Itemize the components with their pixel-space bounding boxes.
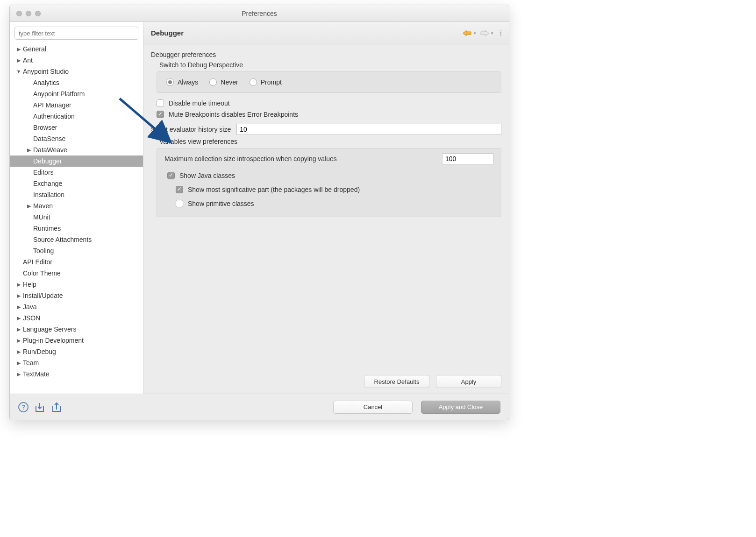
chevron-right-icon[interactable]: ▶ (15, 326, 22, 332)
apply-button[interactable]: Apply (436, 375, 501, 388)
nav-back-button[interactable] (463, 29, 472, 37)
radio-never-label: Never (221, 78, 238, 86)
tree-item-browser[interactable]: Browser (10, 122, 143, 133)
restore-defaults-button[interactable]: Restore Defaults (364, 375, 429, 388)
tree-item-datasense[interactable]: DataSense (10, 133, 143, 144)
close-window-button[interactable] (16, 11, 22, 16)
tree-item-tooling[interactable]: Tooling (10, 245, 143, 256)
chevron-right-icon[interactable]: ▶ (15, 46, 22, 52)
disable-timeout-checkbox[interactable] (157, 99, 164, 107)
help-icon[interactable]: ? (18, 402, 29, 412)
show-significative-row[interactable]: Show most significative part (the packag… (176, 186, 493, 193)
tree-item-json[interactable]: ▶JSON (10, 312, 143, 324)
disable-timeout-row[interactable]: Disable mule timeout (157, 99, 501, 107)
tree-item-label: Runtimes (33, 225, 61, 232)
chevron-down-icon[interactable]: ▼ (15, 69, 22, 74)
tree-item-language-servers[interactable]: ▶Language Servers (10, 324, 143, 335)
chevron-right-icon[interactable]: ▶ (15, 338, 22, 344)
radio-prompt-input[interactable] (250, 78, 257, 86)
max-collection-label: Maximum collection size introspection wh… (164, 155, 337, 163)
tree-item-label: Debugger (33, 157, 62, 165)
tree-item-anypoint-studio[interactable]: ▼Anypoint Studio (10, 66, 143, 77)
tree-item-munit[interactable]: MUnit (10, 212, 143, 223)
zoom-window-button[interactable] (35, 11, 41, 16)
radio-never-input[interactable] (209, 78, 217, 86)
tree-item-runtimes[interactable]: Runtimes (10, 223, 143, 234)
page-buttons: Restore Defaults Apply (143, 375, 509, 394)
view-menu-button[interactable] (500, 30, 501, 36)
tree-item-exchange[interactable]: Exchange (10, 178, 143, 189)
minimize-window-button[interactable] (26, 11, 31, 16)
cancel-button[interactable]: Cancel (333, 401, 413, 414)
tree-item-editors[interactable]: Editors (10, 167, 143, 178)
history-size-input[interactable] (236, 124, 501, 135)
content-panel: Debugger ▾ ▾ (143, 22, 509, 394)
tree-item-maven[interactable]: ▶Maven (10, 200, 143, 212)
show-primitive-checkbox[interactable] (176, 200, 183, 207)
tree-item-api-editor[interactable]: API Editor (10, 256, 143, 268)
preferences-tree[interactable]: ▶General▶Ant▼Anypoint StudioAnalyticsAny… (10, 42, 143, 394)
content-header: Debugger ▾ ▾ (143, 22, 509, 44)
window-title: Preferences (10, 10, 509, 17)
mute-breakpoints-row[interactable]: Mute Breakpoints disables Error Breakpoi… (157, 111, 501, 118)
radio-always[interactable]: Always (166, 78, 198, 86)
show-primitive-row[interactable]: Show primitive classes (176, 200, 493, 207)
chevron-right-icon[interactable]: ▶ (15, 293, 22, 299)
radio-prompt[interactable]: Prompt (250, 78, 282, 86)
chevron-right-icon[interactable]: ▶ (15, 371, 22, 377)
chevron-right-icon[interactable]: ▶ (15, 282, 22, 288)
mute-breakpoints-checkbox[interactable] (157, 111, 164, 118)
nav-back-menu[interactable]: ▾ (474, 31, 476, 35)
tree-item-label: Installation (33, 191, 64, 198)
chevron-right-icon[interactable]: ▶ (26, 147, 32, 153)
tree-item-debugger[interactable]: Debugger (10, 155, 143, 167)
tree-item-plug-in-development[interactable]: ▶Plug-in Development (10, 335, 143, 346)
show-significative-checkbox[interactable] (176, 186, 183, 193)
filter-input[interactable] (14, 27, 138, 40)
radio-always-input[interactable] (166, 78, 174, 86)
tree-item-label: Tooling (33, 247, 54, 254)
max-collection-input[interactable] (442, 153, 493, 164)
tree-item-label: Team (23, 359, 39, 367)
tree-item-installation[interactable]: Installation (10, 189, 143, 200)
chevron-right-icon[interactable]: ▶ (15, 315, 22, 321)
tree-item-ant[interactable]: ▶Ant (10, 55, 143, 66)
radio-never[interactable]: Never (209, 78, 238, 86)
tree-item-label: API Editor (23, 258, 52, 266)
tree-item-label: Run/Debug (23, 348, 56, 355)
body-area: ▶General▶Ant▼Anypoint StudioAnalyticsAny… (10, 22, 509, 394)
tree-item-label: Install/Update (23, 292, 63, 299)
chevron-right-icon[interactable]: ▶ (26, 203, 32, 209)
chevron-right-icon[interactable]: ▶ (15, 349, 22, 355)
chevron-right-icon[interactable]: ▶ (15, 304, 22, 310)
tree-item-team[interactable]: ▶Team (10, 357, 143, 368)
show-java-row[interactable]: Show Java classes (167, 172, 493, 179)
nav-forward-menu[interactable]: ▾ (491, 31, 493, 35)
tree-item-dataweave[interactable]: ▶DataWeave (10, 144, 143, 155)
tree-item-help[interactable]: ▶Help (10, 279, 143, 290)
tree-item-anypoint-platform[interactable]: Anypoint Platform (10, 88, 143, 99)
dialog-footer: ? Cancel Apply and Close (10, 394, 509, 420)
tree-item-api-manager[interactable]: API Manager (10, 99, 143, 111)
tree-item-label: MUnit (33, 213, 50, 221)
header-toolbar: ▾ ▾ (463, 29, 501, 37)
tree-item-authentication[interactable]: Authentication (10, 111, 143, 122)
tree-item-textmate[interactable]: ▶TextMate (10, 368, 143, 380)
tree-item-general[interactable]: ▶General (10, 43, 143, 55)
history-size-row: Script evaluator history size (151, 124, 501, 135)
chevron-right-icon[interactable]: ▶ (15, 360, 22, 366)
tree-item-install-update[interactable]: ▶Install/Update (10, 290, 143, 301)
import-prefs-icon[interactable] (34, 402, 45, 412)
nav-forward-button[interactable] (480, 29, 489, 37)
tree-item-color-theme[interactable]: Color Theme (10, 268, 143, 279)
show-java-checkbox[interactable] (167, 172, 175, 179)
tree-item-run-debug[interactable]: ▶Run/Debug (10, 346, 143, 357)
tree-item-label: DataSense (33, 135, 65, 142)
chevron-right-icon[interactable]: ▶ (15, 57, 22, 64)
apply-close-button[interactable]: Apply and Close (421, 401, 500, 414)
export-prefs-icon[interactable] (51, 402, 62, 412)
tree-item-java[interactable]: ▶Java (10, 301, 143, 312)
tree-item-source-attachments[interactable]: Source Attachments (10, 234, 143, 245)
tree-item-label: Maven (33, 202, 53, 210)
tree-item-analytics[interactable]: Analytics (10, 77, 143, 88)
